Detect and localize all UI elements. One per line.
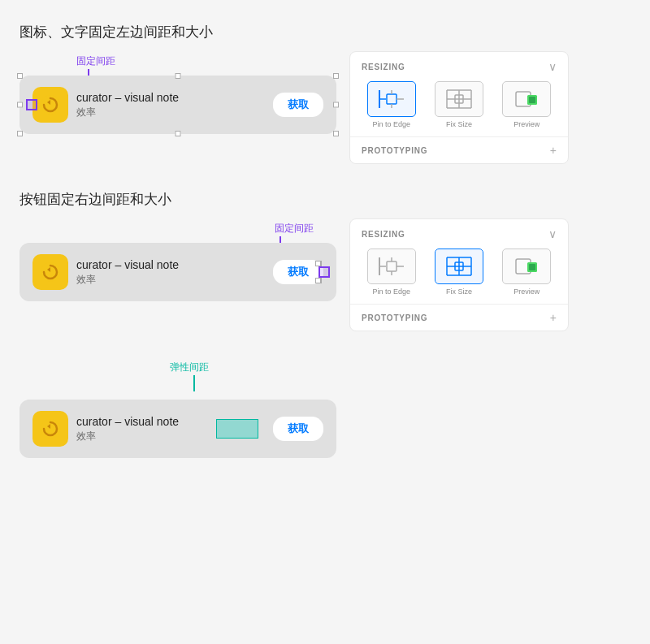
svg-rect-16 (529, 97, 535, 103)
handle-br (333, 131, 339, 136)
preview-option-1[interactable]: Preview (497, 81, 557, 128)
fix-size-option-1[interactable]: Fix Size (429, 81, 488, 128)
svg-rect-33 (529, 264, 535, 270)
fixed-label-2: 固定间距 (275, 222, 314, 236)
fix-size-label-2: Fix Size (446, 287, 472, 296)
section-3: 弹性间距 curator – visual note 效率 (20, 357, 630, 458)
app-card-2: curator – visual note 效率 获取 (20, 243, 336, 301)
btn-handle-tr (315, 261, 321, 266)
fix-size-box-1 (435, 81, 483, 117)
pin-to-edge-label-2: Pin to Edge (372, 287, 410, 296)
app-sub-3: 效率 (76, 430, 208, 443)
handle-bm (176, 131, 181, 136)
prototyping-section-2: PROTOTYPING + (350, 305, 568, 331)
preview-box-2 (502, 249, 551, 284)
resize-options-1: Pin to Edge (362, 81, 557, 128)
resizing-title-1: RESIZING (362, 63, 405, 71)
app-info-3: curator – visual note 效率 (76, 415, 208, 443)
pin-box-1 (26, 99, 37, 110)
resizing-title-2: RESIZING (362, 230, 405, 239)
pin-to-edge-box-2 (367, 249, 416, 284)
section-1-title: 图标、文字固定左边间距和大小 (20, 23, 630, 41)
handle-mr (333, 102, 339, 108)
get-btn-3[interactable]: 获取 (273, 417, 323, 441)
preview-label-1: Preview (514, 120, 540, 128)
prototyping-section-1: PROTOTYPING + (350, 137, 568, 163)
prototyping-title-2: PROTOTYPING (362, 313, 427, 322)
svg-rect-19 (387, 261, 396, 271)
app-card-1: curator – visual note 效率 获取 (20, 76, 336, 134)
fix-size-option-2[interactable]: Fix Size (429, 249, 488, 296)
elastic-box-3 (216, 419, 258, 439)
app-icon-1 (32, 87, 68, 123)
app-name-3: curator – visual note (76, 415, 208, 428)
pin-box-2 (318, 266, 330, 278)
pin-to-edge-box-1 (367, 81, 416, 117)
section-2: 按钮固定右边间距和大小 固定间距 (20, 190, 630, 331)
get-btn-1[interactable]: 获取 (273, 93, 323, 117)
section-2-title: 按钮固定右边间距和大小 (20, 190, 630, 209)
right-panel-2: RESIZING ∨ (349, 218, 569, 331)
resize-options-2: Pin to Edge (362, 249, 557, 296)
chevron-icon-2[interactable]: ∨ (548, 227, 557, 240)
pin-to-edge-option-1[interactable]: Pin to Edge (362, 81, 421, 128)
fix-size-box-2 (435, 249, 483, 284)
handle-tm (176, 73, 181, 79)
app-name-1: curator – visual note (76, 91, 265, 104)
app-info-1: curator – visual note 效率 (76, 91, 265, 119)
resizing-section-2: RESIZING ∨ (350, 219, 568, 305)
elastic-label-3: 弹性间距 (170, 361, 209, 374)
handle-tr (333, 73, 339, 79)
resizing-section-1: RESIZING ∨ (350, 52, 568, 137)
plus-icon-2[interactable]: + (550, 311, 557, 324)
preview-option-2[interactable]: Preview (497, 249, 557, 296)
right-panel-1: RESIZING ∨ (349, 51, 569, 164)
svg-rect-2 (387, 94, 396, 104)
app-sub-2: 效率 (76, 273, 265, 287)
btn-handle-br (315, 278, 321, 283)
fixed-label-1: 固定间距 (76, 54, 115, 68)
pin-to-edge-label-1: Pin to Edge (372, 120, 410, 128)
handle-bl (17, 131, 23, 136)
app-name-2: curator – visual note (76, 258, 265, 271)
app-icon-3 (32, 411, 68, 447)
elastic-line-v-3 (193, 375, 195, 391)
app-info-2: curator – visual note 效率 (76, 258, 265, 287)
app-icon-2 (32, 254, 68, 290)
handle-ml (17, 102, 23, 108)
preview-box-1 (502, 81, 551, 117)
chevron-icon-1[interactable]: ∨ (548, 60, 557, 73)
prototyping-title-1: PROTOTYPING (362, 146, 427, 155)
app-sub-1: 效率 (76, 106, 265, 119)
plus-icon-1[interactable]: + (550, 144, 557, 157)
section-1: 图标、文字固定左边间距和大小 固定间距 (20, 23, 630, 164)
preview-label-2: Preview (514, 287, 540, 296)
app-card-3: curator – visual note 效率 获取 (20, 400, 336, 458)
fix-size-label-1: Fix Size (446, 120, 472, 128)
pin-to-edge-option-2[interactable]: Pin to Edge (362, 249, 421, 296)
handle-tl (17, 73, 23, 79)
